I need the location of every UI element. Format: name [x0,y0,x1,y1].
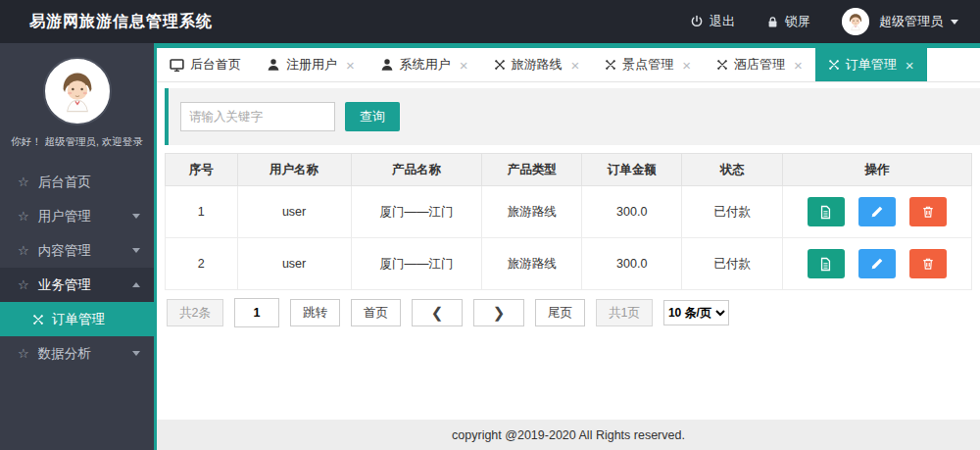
view-button[interactable] [808,197,845,226]
star-icon: ☆ [18,244,29,257]
cell-actions [782,238,971,290]
delete-button[interactable] [909,249,947,278]
sidebar-item[interactable]: ☆内容管理 [0,233,154,268]
edit-icon [870,257,884,271]
orders-table-wrap: 序号用户名称产品名称产品类型订单金额状态操作 1user厦门——江门旅游路线30… [165,153,972,290]
power-icon [690,15,704,28]
tab-label: 订单管理 [846,56,897,74]
tab-item[interactable]: 景点管理× [592,48,704,81]
sidebar-item-label: 订单管理 [52,311,105,328]
document-icon [818,257,833,272]
close-icon[interactable]: × [571,58,580,73]
star-icon: ☆ [18,278,29,291]
tools-icon [32,314,44,325]
prev-page-button[interactable]: ❮ [412,299,463,326]
sidebar-item[interactable]: ☆用户管理 [0,199,154,233]
tab-item[interactable]: 系统用户× [368,48,481,81]
logout-button[interactable]: 退出 [674,0,751,43]
orders-table: 序号用户名称产品名称产品类型订单金额状态操作 1user厦门——江门旅游路线30… [165,153,972,290]
star-icon: ☆ [18,210,29,223]
edit-button[interactable] [858,197,896,226]
user-icon [267,58,280,72]
sidebar-item[interactable]: ☆后台首页 [0,165,154,199]
sidebar-item[interactable]: ☆数据分析 [0,336,154,371]
chevron-down-icon [132,351,140,356]
user-menu[interactable]: 超级管理员 [879,13,958,30]
topbar: 易游网旅游信息管理系统 退出 锁屏 超级管理员 [0,0,980,43]
sidebar-item[interactable]: ☆业务管理 [0,268,154,302]
page-number-input[interactable] [234,298,279,327]
user-icon [380,58,394,72]
cell-type: 旅游路线 [482,186,582,238]
jump-button[interactable]: 跳转 [290,299,340,326]
search-input[interactable] [180,102,335,131]
table-header-row: 序号用户名称产品名称产品类型订单金额状态操作 [166,154,972,186]
delete-button[interactable] [909,197,947,226]
tab-label: 旅游路线 [512,56,563,74]
tools-icon [494,59,506,71]
tools-icon [605,59,616,71]
edit-icon [870,205,884,219]
sidebar-item-label: 内容管理 [38,242,91,260]
tools-icon [716,59,728,71]
greeting: 你好！ 超级管理员, 欢迎登录 [0,135,154,149]
tab-item[interactable]: 后台首页 [157,48,254,81]
total-pages-label: 共1页 [596,299,653,326]
cell-user: user [237,238,351,290]
tab-item[interactable]: 注册用户× [254,48,368,81]
sidebar-item-label: 业务管理 [38,276,91,294]
tab-label: 系统用户 [400,56,451,74]
view-button[interactable] [808,249,845,278]
tab-item[interactable]: 旅游路线× [481,48,593,81]
total-count-label: 共2条 [167,299,223,326]
close-icon[interactable]: × [794,58,803,73]
tab-label: 景点管理 [622,56,673,74]
tab-label: 酒店管理 [734,56,785,74]
tab-label: 后台首页 [190,56,241,74]
page-size-select[interactable]: 10 条/页 [663,300,729,325]
edit-button[interactable] [858,249,896,278]
close-icon[interactable]: × [460,58,468,73]
chevron-up-icon [132,282,140,287]
column-header: 操作 [782,154,971,186]
cell-no: 2 [166,238,238,290]
cell-amount: 300.0 [581,238,681,290]
cell-type: 旅游路线 [482,238,582,290]
tab-item[interactable]: 酒店管理× [704,48,815,81]
chevron-down-icon [132,248,140,253]
tools-icon [828,59,840,71]
column-header: 产品名称 [351,154,482,186]
pagination: 共2条 跳转 首页 ❮ ❯ 尾页 共1页 10 条/页 [167,298,972,327]
username: 超级管理员 [879,13,943,30]
next-page-button[interactable]: ❯ [473,299,524,326]
sidebar-item-label: 用户管理 [38,208,91,225]
chevron-down-icon [132,214,140,219]
sidebar-item-label: 数据分析 [38,345,91,363]
footer: copyright @2019-2020 All Rights reserved… [157,420,980,450]
star-icon: ☆ [18,175,29,188]
sidebar-avatar-wrap [0,43,154,125]
cell-status: 已付款 [682,186,782,238]
cell-amount: 300.0 [581,186,681,238]
tab-label: 注册用户 [286,56,337,74]
first-page-button[interactable]: 首页 [351,299,401,326]
close-icon[interactable]: × [346,58,355,73]
column-header: 产品类型 [482,154,582,186]
sidebar-subitem-orders[interactable]: 订单管理 [0,302,154,336]
delete-icon [921,205,935,219]
search-panel: 查询 [165,88,980,145]
lock-screen-button[interactable]: 锁屏 [751,0,826,43]
cell-product: 厦门——江门 [351,238,482,290]
close-icon[interactable]: × [906,58,914,73]
tab-item[interactable]: 订单管理× [815,48,927,81]
last-page-button[interactable]: 尾页 [535,299,585,326]
search-button[interactable]: 查询 [345,102,400,131]
avatar[interactable] [842,8,869,35]
column-header: 订单金额 [581,154,681,186]
sidebar-menu: ☆后台首页☆用户管理☆内容管理☆业务管理订单管理☆数据分析 [0,165,154,371]
topbar-actions: 退出 锁屏 超级管理员 [674,0,980,43]
close-icon[interactable]: × [682,58,691,73]
main-content: 后台首页注册用户×系统用户×旅游路线×景点管理×酒店管理×订单管理× 查询 序号… [154,43,980,450]
tabbar: 后台首页注册用户×系统用户×旅游路线×景点管理×酒店管理×订单管理× [157,48,980,82]
column-header: 用户名称 [237,154,351,186]
